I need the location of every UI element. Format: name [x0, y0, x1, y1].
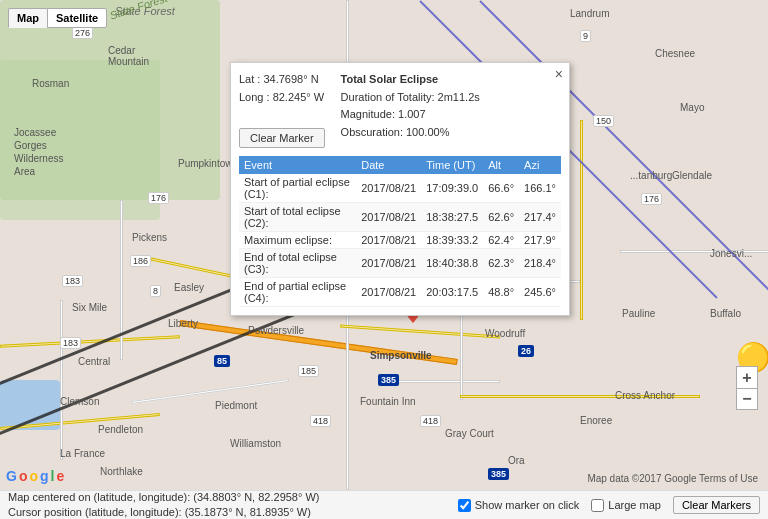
place-chesnee: Chesnee — [655, 48, 695, 59]
table-row: Start of total eclipse (C2): 2017/08/21 … — [239, 202, 561, 231]
close-popup-button[interactable]: × — [555, 67, 563, 81]
cell-alt: 62.6° — [483, 202, 519, 231]
cell-date: 2017/08/21 — [356, 231, 421, 248]
place-cedar-mtn: CedarMountain — [108, 45, 149, 67]
col-time: Time (UT) — [421, 156, 483, 174]
place-pendleton: Pendleton — [98, 424, 143, 435]
shield-276: 276 — [72, 27, 93, 39]
zoom-out-button[interactable]: − — [736, 388, 758, 410]
place-lafrance: La France — [60, 448, 105, 459]
place-powdersville: Powdersville — [248, 325, 304, 336]
map-center-text: Map centered on (latitude, longitude): (… — [8, 490, 319, 505]
eclipse-table: Event Date Time (UT) Alt Azi Start of pa… — [239, 156, 561, 307]
place-landrum: Landrum — [570, 8, 609, 19]
table-row: End of total eclipse (C3): 2017/08/21 18… — [239, 248, 561, 277]
shield-176: 176 — [148, 192, 169, 204]
table-row: End of partial eclipse (C4): 2017/08/21 … — [239, 277, 561, 306]
place-williamston: Williamston — [230, 438, 281, 449]
place-jonesvi: Jonesvi... — [710, 248, 752, 259]
shield-85: 85 — [214, 355, 230, 367]
shield-183a: 183 — [62, 275, 83, 287]
map-container[interactable]: State Forest Landrum Chesnee Mayo Rosman… — [0, 0, 768, 490]
shield-26: 26 — [518, 345, 534, 357]
popup-duration: Duration of Totality: 2m11.2s — [341, 89, 480, 107]
cell-event: Maximum eclipse: — [239, 231, 356, 248]
clear-markers-button[interactable]: Clear Markers — [673, 496, 760, 514]
popup-eclipse-type: Total Solar Eclipse — [341, 71, 480, 89]
zoom-in-button[interactable]: + — [736, 366, 758, 388]
cell-date: 2017/08/21 — [356, 174, 421, 203]
place-gray-court: Gray Court — [445, 428, 494, 439]
show-marker-checkbox[interactable] — [458, 499, 471, 512]
google-logo: Google — [6, 468, 64, 484]
large-map-checkbox-label[interactable]: Large map — [591, 499, 661, 512]
cell-alt: 62.3° — [483, 248, 519, 277]
place-enoree: Enoree — [580, 415, 612, 426]
place-fountain-inn: Fountain Inn — [360, 396, 416, 407]
shield-176b: 176 — [641, 193, 662, 205]
cursor-position-text: Cursor position (latitude, longitude): (… — [8, 505, 319, 519]
map-tab-satellite[interactable]: Satellite — [47, 8, 107, 28]
place-ora: Ora — [508, 455, 525, 466]
place-buffalo: Buffalo — [710, 308, 741, 319]
cell-date: 2017/08/21 — [356, 248, 421, 277]
place-northlake: Northlake — [100, 466, 143, 477]
place-central: Central — [78, 356, 110, 367]
place-mayo: Mayo — [680, 102, 704, 113]
road-vert-3 — [60, 300, 63, 460]
cell-event: Start of partial eclipse (C1): — [239, 174, 356, 203]
cell-azi: 218.4° — [519, 248, 561, 277]
cell-event: End of partial eclipse (C4): — [239, 277, 356, 306]
shield-185: 185 — [298, 365, 319, 377]
shield-385a: 385 — [378, 374, 399, 386]
map-attribution: Map data ©2017 Google Terms of Use — [587, 473, 758, 484]
show-marker-checkbox-label[interactable]: Show marker on click — [458, 499, 580, 512]
cell-alt: 62.4° — [483, 231, 519, 248]
table-row: Start of partial eclipse (C1): 2017/08/2… — [239, 174, 561, 203]
map-tab-map[interactable]: Map — [8, 8, 47, 28]
shield-186: 186 — [130, 255, 151, 267]
cell-alt: 48.8° — [483, 277, 519, 306]
place-easley: Easley — [174, 282, 204, 293]
place-pauline: Pauline — [622, 308, 655, 319]
cell-alt: 66.6° — [483, 174, 519, 203]
shield-385b: 385 — [488, 468, 509, 480]
clear-marker-button[interactable]: Clear Marker — [239, 128, 325, 148]
shield-418a: 418 — [310, 415, 331, 427]
place-spartanburg: ...tanburg — [630, 170, 672, 181]
place-woodruff: Woodruff — [485, 328, 525, 339]
cell-time: 18:38:27.5 — [421, 202, 483, 231]
cell-azi: 166.1° — [519, 174, 561, 203]
place-rosman: Rosman — [32, 78, 69, 89]
popup-magnitude: Magnitude: 1.007 — [341, 106, 480, 124]
cell-azi: 245.6° — [519, 277, 561, 306]
cell-time: 18:40:38.8 — [421, 248, 483, 277]
show-marker-label: Show marker on click — [475, 499, 580, 511]
map-type-tabs: Map Satellite — [8, 8, 107, 28]
status-controls: Show marker on click Large map Clear Mar… — [458, 496, 760, 514]
cell-time: 20:03:17.5 — [421, 277, 483, 306]
popup-obscuration: Obscuration: 100.00% — [341, 124, 480, 142]
popup-eclipse-info: Total Solar Eclipse Duration of Totality… — [341, 71, 480, 148]
status-coords: Map centered on (latitude, longitude): (… — [8, 490, 319, 519]
cell-time: 17:09:39.0 — [421, 174, 483, 203]
place-cross-anchor: Cross Anchor — [615, 390, 675, 401]
cell-date: 2017/08/21 — [356, 277, 421, 306]
col-alt: Alt — [483, 156, 519, 174]
place-simpsonville: Simpsonville — [370, 350, 432, 361]
shield-150: 150 — [593, 115, 614, 127]
road-vert-4 — [580, 120, 583, 320]
place-jocassee: JocasseeGorgesWildernessArea — [14, 126, 63, 178]
status-bar: Map centered on (latitude, longitude): (… — [0, 490, 768, 519]
col-azi: Azi — [519, 156, 561, 174]
cell-time: 18:39:33.2 — [421, 231, 483, 248]
cell-event: Start of total eclipse (C2): — [239, 202, 356, 231]
large-map-label: Large map — [608, 499, 661, 511]
cell-azi: 217.4° — [519, 202, 561, 231]
large-map-checkbox[interactable] — [591, 499, 604, 512]
eclipse-table-body: Start of partial eclipse (C1): 2017/08/2… — [239, 174, 561, 307]
place-piedmont: Piedmont — [215, 400, 257, 411]
table-row: Maximum eclipse: 2017/08/21 18:39:33.2 6… — [239, 231, 561, 248]
shield-183b: 183 — [60, 337, 81, 349]
shield-418b: 418 — [420, 415, 441, 427]
